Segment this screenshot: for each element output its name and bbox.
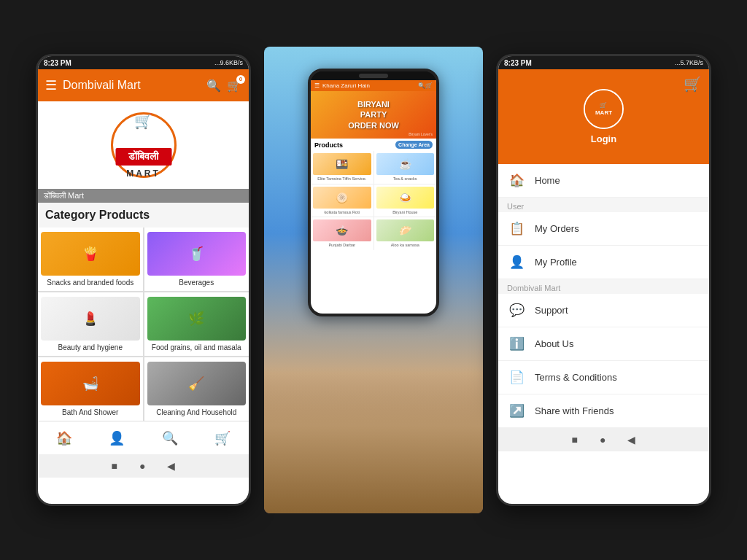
category-image: 🍟 bbox=[41, 232, 140, 276]
android-triangle[interactable]: ◀ bbox=[167, 460, 175, 472]
category-item[interactable]: 🌿 Food grains, oil and masala bbox=[144, 292, 249, 356]
cart-badge: 0 bbox=[236, 75, 245, 84]
category-grid: 🍟 Snacks and branded foods 🥤 Beverages 💄… bbox=[38, 228, 249, 421]
right-android-circle[interactable]: ● bbox=[600, 434, 605, 446]
inner-products-title: Products Change Area bbox=[311, 139, 436, 151]
category-item[interactable]: 🧹 Cleaning And Household bbox=[144, 357, 249, 421]
left-header-title: Dombivali Mart bbox=[63, 79, 201, 92]
nav-search[interactable]: 🔍 bbox=[162, 430, 178, 446]
category-image: 🥤 bbox=[147, 232, 247, 276]
hand-background: ☰ Khana Zaruri Hain 🔍 🛒 BIRYANI PARTY OR… bbox=[264, 47, 483, 513]
category-label: Snacks and branded foods bbox=[47, 279, 133, 287]
banner-line1: BIRYANI bbox=[348, 99, 399, 109]
menu-item[interactable]: ℹ️ About Us bbox=[498, 327, 709, 361]
inner-grid-item[interactable]: 🥟 Aloo ka samosa bbox=[374, 217, 437, 250]
menu-cart-icon[interactable]: 🛒 bbox=[684, 75, 702, 93]
menu-item-label: Support bbox=[535, 305, 568, 316]
menu-item[interactable]: 👤 My Profile bbox=[498, 246, 709, 279]
search-icon[interactable]: 🔍 bbox=[206, 79, 221, 93]
android-circle[interactable]: ● bbox=[139, 460, 145, 472]
banner-text: BIRYANI PARTY ORDER NOW bbox=[348, 99, 399, 131]
menu-item[interactable]: 💬 Support bbox=[498, 294, 709, 327]
inner-item-image: 🥟 bbox=[376, 219, 435, 241]
inner-grid-item[interactable]: 🍱 Elite Tamsina Tiffin Service. bbox=[311, 151, 374, 184]
inner-item-label: Tea & snacks bbox=[393, 176, 417, 182]
left-signal: ...9.6KB/s bbox=[214, 59, 243, 66]
category-item[interactable]: 🍟 Snacks and branded foods bbox=[38, 228, 143, 291]
category-label: Food grains, oil and masala bbox=[152, 343, 241, 351]
category-label: Beverages bbox=[179, 279, 214, 287]
menu-item-label: My Orders bbox=[535, 223, 579, 234]
nav-home[interactable]: 🏠 bbox=[56, 430, 72, 446]
cart-icon-wrap[interactable]: 🛒 0 bbox=[227, 79, 241, 93]
right-time: 8:23 PM bbox=[504, 59, 532, 67]
products-label: Products bbox=[314, 141, 343, 149]
inner-products-grid: 🍱 Elite Tamsina Tiffin Service. ☕ Tea & … bbox=[311, 151, 436, 250]
middle-section: ☰ Khana Zaruri Hain 🔍 🛒 BIRYANI PARTY OR… bbox=[264, 47, 483, 513]
inner-grid-item[interactable]: ☕ Tea & snacks bbox=[374, 151, 437, 184]
inner-item-image: ☕ bbox=[376, 153, 435, 175]
nav-cart[interactable]: 🛒 bbox=[214, 430, 231, 446]
store-badge: डोंबिवली Mart bbox=[38, 189, 249, 203]
right-phone: 8:23 PM ...5.7KB/s 🛒MART Login 🛒 🏠 Home … bbox=[496, 54, 711, 506]
right-android-nav: ■ ● ◀ bbox=[498, 428, 709, 451]
menu-item[interactable]: 📄 Terms & Conditions bbox=[498, 361, 709, 394]
menu-item-label: About Us bbox=[535, 338, 573, 349]
hamburger-icon[interactable]: ☰ bbox=[45, 77, 57, 93]
menu-logo-inner: 🛒MART bbox=[585, 90, 622, 128]
right-signal: ...5.7KB/s bbox=[675, 59, 703, 66]
inner-item-label: kolkata famous Roti bbox=[325, 210, 360, 215]
menu-item-label: Terms & Conditions bbox=[535, 372, 617, 383]
inner-screen: ☰ Khana Zaruri Hain 🔍 🛒 BIRYANI PARTY OR… bbox=[311, 80, 436, 314]
category-label: Cleaning And Household bbox=[156, 408, 236, 416]
menu-item-icon: ↗️ bbox=[508, 403, 525, 419]
category-item[interactable]: 🥤 Beverages bbox=[144, 228, 249, 291]
menu-section-label: User bbox=[498, 198, 709, 212]
change-area-btn[interactable]: Change Area bbox=[395, 141, 433, 149]
notch-dot bbox=[359, 74, 388, 78]
right-android-square[interactable]: ■ bbox=[572, 434, 578, 446]
inner-item-label: Elite Tamsina Tiffin Service. bbox=[317, 176, 366, 182]
inner-grid-item[interactable]: 🫓 kolkata famous Roti bbox=[311, 184, 374, 217]
android-square[interactable]: ■ bbox=[112, 460, 117, 472]
inner-item-image: 🍱 bbox=[313, 153, 371, 175]
nav-profile[interactable]: 👤 bbox=[109, 430, 125, 446]
inner-header: ☰ Khana Zaruri Hain 🔍 🛒 bbox=[311, 80, 436, 91]
inner-item-label: Punjabi Darbar bbox=[328, 243, 355, 248]
left-app-header: ☰ Dombivali Mart 🔍 🛒 0 bbox=[38, 69, 249, 101]
category-image: 🛁 bbox=[41, 362, 140, 405]
menu-item-label: Home bbox=[535, 175, 560, 186]
banner-sub: Biryani Lover's bbox=[409, 132, 433, 136]
inner-item-image: 🍛 bbox=[376, 187, 435, 209]
menu-item[interactable]: 🏠 Home bbox=[498, 164, 709, 198]
hand-silhouette bbox=[264, 368, 483, 513]
menu-item-icon: 📄 bbox=[508, 370, 525, 385]
hindi-banner: डोंबिवली bbox=[115, 148, 171, 166]
right-status-bar: 8:23 PM ...5.7KB/s bbox=[498, 56, 709, 69]
inner-cart-icon[interactable]: 🛒 bbox=[425, 82, 433, 89]
menu-item-icon: 📋 bbox=[508, 221, 525, 236]
banner-line2: PARTY bbox=[348, 109, 399, 120]
menu-item[interactable]: ↗️ Share with Friends bbox=[498, 394, 709, 428]
inner-grid-item[interactable]: 🍛 Biryani House bbox=[374, 184, 437, 217]
inner-grid-item[interactable]: 🍲 Punjabi Darbar bbox=[311, 217, 374, 250]
inner-title: Khana Zaruri Hain bbox=[320, 82, 418, 89]
mart-text: MART bbox=[126, 168, 160, 179]
inner-item-image: 🍲 bbox=[313, 219, 371, 241]
category-label: Beauty and hygiene bbox=[58, 343, 123, 351]
inner-search-icon[interactable]: 🔍 bbox=[418, 82, 425, 89]
bottom-nav: 🏠 👤 🔍 🛒 bbox=[38, 421, 249, 454]
inner-menu-icon[interactable]: ☰ bbox=[314, 82, 320, 89]
phone-notch bbox=[311, 71, 436, 80]
menu-item[interactable]: 📋 My Orders bbox=[498, 212, 709, 246]
store-logo-section: 🛒 डोंबिवली MART bbox=[38, 101, 249, 189]
right-android-triangle[interactable]: ◀ bbox=[627, 434, 635, 446]
category-image: 🌿 bbox=[147, 297, 247, 341]
menu-list: 🏠 Home User 📋 My Orders 👤 My Profile Dom… bbox=[498, 164, 709, 428]
category-item[interactable]: 💄 Beauty and hygiene bbox=[38, 292, 143, 356]
category-item[interactable]: 🛁 Bath And Shower bbox=[38, 357, 143, 421]
cart-logo-icon: 🛒 bbox=[134, 112, 152, 130]
inner-item-label: Aloo ka samosa bbox=[391, 243, 419, 248]
menu-logo-circle: 🛒MART bbox=[584, 89, 624, 129]
android-nav: ■ ● ◀ bbox=[38, 454, 249, 478]
